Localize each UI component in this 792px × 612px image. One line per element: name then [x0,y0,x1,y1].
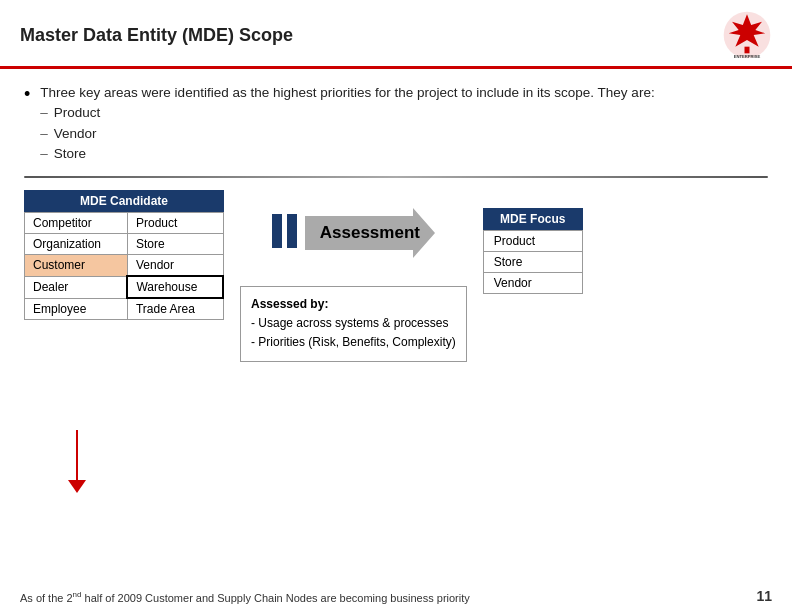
pause-icon [272,214,297,248]
table-row: Product [483,231,582,252]
svg-rect-2 [745,47,750,54]
assessed-by-box: Assessed by: - Usage across systems & pr… [240,286,467,362]
mde-candidate-header: MDE Candidate [24,190,224,212]
right-section: MDE Focus Product Store Vendor [483,190,583,294]
bullet-marker: • [24,84,30,105]
svg-text:ENTERPRISE: ENTERPRISE [734,54,761,59]
red-arrow [68,430,86,493]
middle-section: Assessment Assessed by: - Usage across s… [240,190,467,362]
mde-candidate-table: Competitor Product Organization Store Cu… [24,212,224,320]
mde-candidate-box: MDE Candidate Competitor Product Organiz… [24,190,224,320]
table-row: Store [483,252,582,273]
mde-focus-header: MDE Focus [483,208,583,230]
table-row: Customer Vendor [25,255,224,277]
assessed-by-line2: - Priorities (Risk, Benefits, Complexity… [251,333,456,352]
table-row: Organization Store [25,234,224,255]
list-item-product: – Product [40,103,654,123]
mde-focus-table: Product Store Vendor [483,230,583,294]
table-row: Dealer Warehouse [25,276,224,298]
page-number: 11 [756,588,772,604]
main-content: • Three key areas were identified as the… [0,69,792,370]
divider [24,176,768,178]
diagram-row: MDE Candidate Competitor Product Organiz… [24,190,768,362]
svg-text:ARCHITECTURE: ARCHITECTURE [734,60,761,61]
bullet-section: • Three key areas were identified as the… [24,83,768,164]
assessed-by-title: Assessed by: [251,295,456,314]
table-row: Vendor [483,273,582,294]
assessed-by-line1: - Usage across systems & processes [251,314,456,333]
mde-focus-box: MDE Focus Product Store Vendor [483,208,583,294]
logo: ENTERPRISE ARCHITECTURE [722,10,772,60]
footer: As of the 2nd half of 2009 Customer and … [0,588,792,604]
table-row: Competitor Product [25,213,224,234]
assessment-arrow: Assessment [305,208,435,258]
page-header: Master Data Entity (MDE) Scope ENTERPRIS… [0,0,792,69]
list-item-store: – Store [40,144,654,164]
list-item-vendor: – Vendor [40,124,654,144]
footer-text: As of the 2nd half of 2009 Customer and … [20,590,470,604]
svg-marker-5 [305,208,435,258]
table-row: Employee Trade Area [25,298,224,320]
page-title: Master Data Entity (MDE) Scope [20,25,293,46]
bullet-text: Three key areas were identified as the h… [40,83,654,164]
